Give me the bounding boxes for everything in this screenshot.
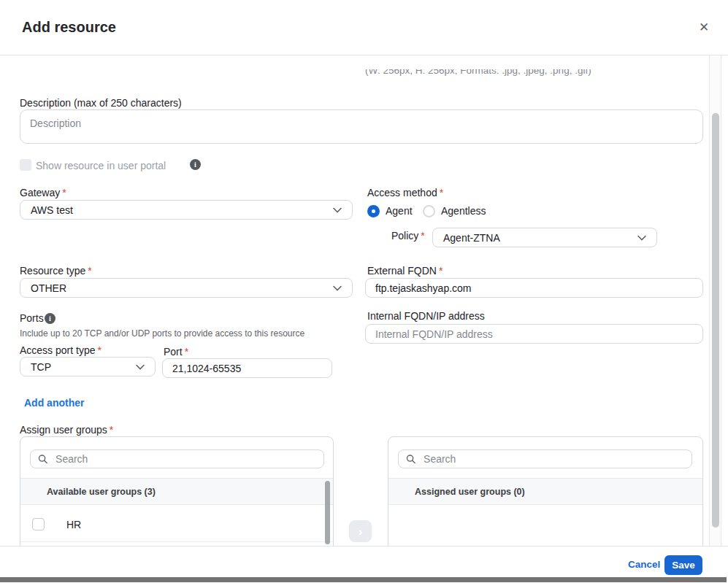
description-textarea[interactable] xyxy=(20,109,703,144)
resource-type-label: Resource type* xyxy=(20,265,92,277)
required-asterisk: * xyxy=(110,424,113,436)
available-search-input[interactable] xyxy=(54,452,316,466)
ports-info-icon[interactable]: i xyxy=(45,313,55,324)
required-asterisk: * xyxy=(185,346,188,358)
group-checkbox[interactable] xyxy=(32,518,45,530)
radio-agentless-label: Agentless xyxy=(441,205,486,217)
chevron-down-icon xyxy=(333,207,342,213)
assign-user-groups-label: Assign user groups* xyxy=(20,424,113,436)
port-input[interactable] xyxy=(162,358,332,378)
required-asterisk: * xyxy=(98,344,101,356)
assigned-search-input[interactable] xyxy=(422,452,684,466)
required-asterisk: * xyxy=(439,265,442,277)
ports-helper-text: Include up to 20 TCP and/or UDP ports to… xyxy=(20,328,304,339)
save-button[interactable]: Save xyxy=(664,555,702,575)
available-groups-panel: Available user groups (3) HR xyxy=(20,436,334,546)
required-asterisk: * xyxy=(88,265,91,277)
resource-type-select[interactable]: OTHER xyxy=(20,278,353,298)
required-asterisk: * xyxy=(62,187,66,198)
gateway-label: Gateway* xyxy=(20,187,66,198)
ports-label: Ports xyxy=(20,312,44,324)
list-scrollbar-thumb[interactable] xyxy=(325,481,330,544)
access-port-type-select[interactable]: TCP xyxy=(20,357,156,377)
radio-agent-label: Agent xyxy=(386,205,413,217)
page-title: Add resource xyxy=(22,19,116,36)
chevron-down-icon xyxy=(637,235,646,241)
chevron-down-icon xyxy=(136,364,145,370)
assigned-groups-header: Assigned user groups (0) xyxy=(388,478,702,505)
external-fqdn-label: External FQDN* xyxy=(367,265,442,277)
access-port-type-value: TCP xyxy=(31,361,51,373)
required-asterisk: * xyxy=(440,187,443,198)
port-label: Port* xyxy=(164,346,188,358)
gateway-value: AWS test xyxy=(31,204,73,216)
radio-agent[interactable] xyxy=(367,205,380,217)
portal-checkbox-label: Show resource in user portal xyxy=(36,160,166,171)
group-row-label: HR xyxy=(66,519,81,530)
resource-type-value: OTHER xyxy=(31,282,66,294)
move-right-button[interactable]: › xyxy=(349,520,372,542)
gateway-select[interactable]: AWS test xyxy=(20,200,353,220)
portal-info-icon[interactable]: i xyxy=(190,159,201,170)
assigned-groups-panel: Assigned user groups (0) xyxy=(388,436,703,546)
search-icon xyxy=(406,454,415,464)
add-resource-modal: Add resource ✕ (W: 256px, H: 256px; Form… xyxy=(0,0,728,583)
required-asterisk: * xyxy=(421,230,424,242)
access-port-type-label: Access port type* xyxy=(20,344,101,356)
policy-label: Policy* xyxy=(391,230,425,242)
internal-fqdn-label: Internal FQDN/IP address xyxy=(367,310,485,322)
modal-scrollbar-thumb[interactable] xyxy=(712,113,719,528)
search-icon xyxy=(38,454,47,464)
background-page-bar xyxy=(0,577,727,582)
policy-value: Agent-ZTNA xyxy=(443,232,500,244)
description-label: Description (max of 250 characters) xyxy=(20,97,182,109)
close-icon[interactable]: ✕ xyxy=(699,21,709,34)
policy-select[interactable]: Agent-ZTNA xyxy=(432,228,657,247)
access-method-label: Access method* xyxy=(367,187,443,198)
chevron-down-icon xyxy=(333,285,342,291)
add-another-link[interactable]: Add another xyxy=(24,397,84,409)
row-divider xyxy=(20,541,333,542)
chevron-right-icon: › xyxy=(359,525,363,538)
internal-fqdn-input[interactable] xyxy=(365,324,703,344)
modal-body: (W: 256px, H: 256px; Formats: .jpg, .jpe… xyxy=(0,55,728,546)
portal-checkbox[interactable] xyxy=(20,159,31,171)
assigned-search[interactable] xyxy=(398,449,692,468)
footer-divider xyxy=(0,546,728,547)
available-search[interactable] xyxy=(30,449,324,468)
cancel-button[interactable]: Cancel xyxy=(628,559,660,570)
available-groups-header: Available user groups (3) xyxy=(20,478,333,505)
radio-agentless[interactable] xyxy=(423,205,435,217)
image-format-hint: (W: 256px, H: 256px; Formats: .jpg, .jpe… xyxy=(365,69,591,79)
external-fqdn-input[interactable] xyxy=(365,278,703,298)
